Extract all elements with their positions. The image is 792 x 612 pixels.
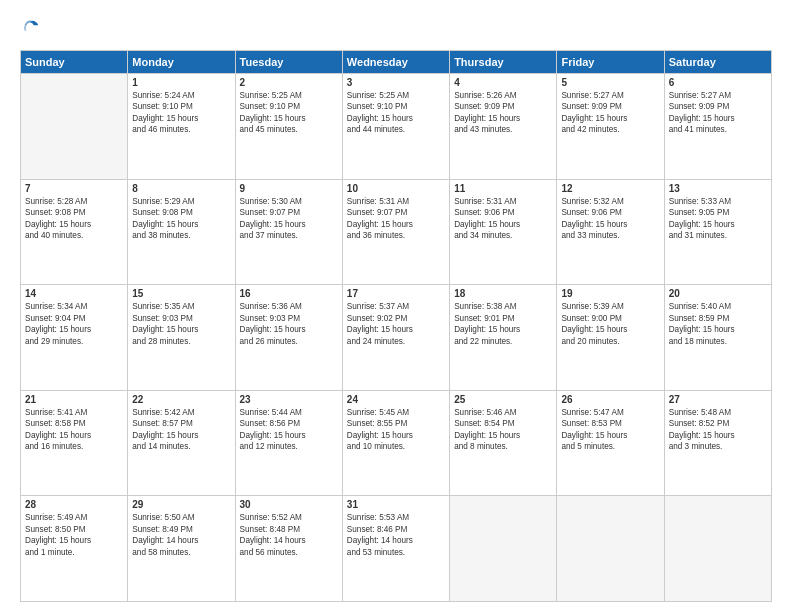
calendar-cell: 2Sunrise: 5:25 AM Sunset: 9:10 PM Daylig… <box>235 74 342 180</box>
day-info: Sunrise: 5:31 AM Sunset: 9:06 PM Dayligh… <box>454 196 552 242</box>
calendar-cell: 26Sunrise: 5:47 AM Sunset: 8:53 PM Dayli… <box>557 390 664 496</box>
day-info: Sunrise: 5:50 AM Sunset: 8:49 PM Dayligh… <box>132 512 230 558</box>
day-number: 14 <box>25 288 123 299</box>
calendar-cell: 22Sunrise: 5:42 AM Sunset: 8:57 PM Dayli… <box>128 390 235 496</box>
day-info: Sunrise: 5:42 AM Sunset: 8:57 PM Dayligh… <box>132 407 230 453</box>
day-info: Sunrise: 5:52 AM Sunset: 8:48 PM Dayligh… <box>240 512 338 558</box>
calendar-cell: 25Sunrise: 5:46 AM Sunset: 8:54 PM Dayli… <box>450 390 557 496</box>
calendar-cell: 17Sunrise: 5:37 AM Sunset: 9:02 PM Dayli… <box>342 285 449 391</box>
day-info: Sunrise: 5:27 AM Sunset: 9:09 PM Dayligh… <box>561 90 659 136</box>
calendar-cell: 31Sunrise: 5:53 AM Sunset: 8:46 PM Dayli… <box>342 496 449 602</box>
day-number: 10 <box>347 183 445 194</box>
day-info: Sunrise: 5:25 AM Sunset: 9:10 PM Dayligh… <box>240 90 338 136</box>
calendar-cell: 8Sunrise: 5:29 AM Sunset: 9:08 PM Daylig… <box>128 179 235 285</box>
calendar-cell: 6Sunrise: 5:27 AM Sunset: 9:09 PM Daylig… <box>664 74 771 180</box>
calendar-cell: 24Sunrise: 5:45 AM Sunset: 8:55 PM Dayli… <box>342 390 449 496</box>
day-number: 12 <box>561 183 659 194</box>
day-info: Sunrise: 5:33 AM Sunset: 9:05 PM Dayligh… <box>669 196 767 242</box>
day-header-tuesday: Tuesday <box>235 51 342 74</box>
calendar-cell: 12Sunrise: 5:32 AM Sunset: 9:06 PM Dayli… <box>557 179 664 285</box>
day-number: 28 <box>25 499 123 510</box>
day-header-sunday: Sunday <box>21 51 128 74</box>
calendar-cell <box>450 496 557 602</box>
day-header-thursday: Thursday <box>450 51 557 74</box>
day-info: Sunrise: 5:29 AM Sunset: 9:08 PM Dayligh… <box>132 196 230 242</box>
week-row: 28Sunrise: 5:49 AM Sunset: 8:50 PM Dayli… <box>21 496 772 602</box>
day-info: Sunrise: 5:28 AM Sunset: 9:08 PM Dayligh… <box>25 196 123 242</box>
day-info: Sunrise: 5:36 AM Sunset: 9:03 PM Dayligh… <box>240 301 338 347</box>
calendar-cell <box>664 496 771 602</box>
day-number: 31 <box>347 499 445 510</box>
week-row: 14Sunrise: 5:34 AM Sunset: 9:04 PM Dayli… <box>21 285 772 391</box>
day-number: 21 <box>25 394 123 405</box>
day-number: 16 <box>240 288 338 299</box>
day-info: Sunrise: 5:39 AM Sunset: 9:00 PM Dayligh… <box>561 301 659 347</box>
day-number: 25 <box>454 394 552 405</box>
day-info: Sunrise: 5:34 AM Sunset: 9:04 PM Dayligh… <box>25 301 123 347</box>
day-info: Sunrise: 5:37 AM Sunset: 9:02 PM Dayligh… <box>347 301 445 347</box>
day-info: Sunrise: 5:40 AM Sunset: 8:59 PM Dayligh… <box>669 301 767 347</box>
calendar-cell <box>21 74 128 180</box>
day-info: Sunrise: 5:47 AM Sunset: 8:53 PM Dayligh… <box>561 407 659 453</box>
day-number: 29 <box>132 499 230 510</box>
day-number: 15 <box>132 288 230 299</box>
calendar-cell: 3Sunrise: 5:25 AM Sunset: 9:10 PM Daylig… <box>342 74 449 180</box>
day-info: Sunrise: 5:31 AM Sunset: 9:07 PM Dayligh… <box>347 196 445 242</box>
day-header-wednesday: Wednesday <box>342 51 449 74</box>
calendar-cell: 16Sunrise: 5:36 AM Sunset: 9:03 PM Dayli… <box>235 285 342 391</box>
day-number: 23 <box>240 394 338 405</box>
day-number: 22 <box>132 394 230 405</box>
calendar-cell: 19Sunrise: 5:39 AM Sunset: 9:00 PM Dayli… <box>557 285 664 391</box>
calendar-cell: 5Sunrise: 5:27 AM Sunset: 9:09 PM Daylig… <box>557 74 664 180</box>
day-number: 8 <box>132 183 230 194</box>
day-info: Sunrise: 5:41 AM Sunset: 8:58 PM Dayligh… <box>25 407 123 453</box>
day-info: Sunrise: 5:24 AM Sunset: 9:10 PM Dayligh… <box>132 90 230 136</box>
day-number: 27 <box>669 394 767 405</box>
day-info: Sunrise: 5:32 AM Sunset: 9:06 PM Dayligh… <box>561 196 659 242</box>
logo-icon <box>20 18 42 40</box>
day-number: 20 <box>669 288 767 299</box>
day-info: Sunrise: 5:44 AM Sunset: 8:56 PM Dayligh… <box>240 407 338 453</box>
calendar-cell: 21Sunrise: 5:41 AM Sunset: 8:58 PM Dayli… <box>21 390 128 496</box>
day-number: 26 <box>561 394 659 405</box>
day-info: Sunrise: 5:38 AM Sunset: 9:01 PM Dayligh… <box>454 301 552 347</box>
day-number: 17 <box>347 288 445 299</box>
calendar-cell: 10Sunrise: 5:31 AM Sunset: 9:07 PM Dayli… <box>342 179 449 285</box>
header <box>20 18 772 40</box>
week-row: 1Sunrise: 5:24 AM Sunset: 9:10 PM Daylig… <box>21 74 772 180</box>
header-row: SundayMondayTuesdayWednesdayThursdayFrid… <box>21 51 772 74</box>
day-number: 7 <box>25 183 123 194</box>
calendar-cell: 9Sunrise: 5:30 AM Sunset: 9:07 PM Daylig… <box>235 179 342 285</box>
calendar-table: SundayMondayTuesdayWednesdayThursdayFrid… <box>20 50 772 602</box>
day-number: 1 <box>132 77 230 88</box>
day-number: 6 <box>669 77 767 88</box>
day-number: 19 <box>561 288 659 299</box>
day-info: Sunrise: 5:49 AM Sunset: 8:50 PM Dayligh… <box>25 512 123 558</box>
day-number: 4 <box>454 77 552 88</box>
day-number: 30 <box>240 499 338 510</box>
day-info: Sunrise: 5:25 AM Sunset: 9:10 PM Dayligh… <box>347 90 445 136</box>
day-number: 11 <box>454 183 552 194</box>
day-number: 2 <box>240 77 338 88</box>
calendar-cell: 28Sunrise: 5:49 AM Sunset: 8:50 PM Dayli… <box>21 496 128 602</box>
calendar-cell: 20Sunrise: 5:40 AM Sunset: 8:59 PM Dayli… <box>664 285 771 391</box>
calendar-cell: 29Sunrise: 5:50 AM Sunset: 8:49 PM Dayli… <box>128 496 235 602</box>
calendar-header: SundayMondayTuesdayWednesdayThursdayFrid… <box>21 51 772 74</box>
calendar-cell: 14Sunrise: 5:34 AM Sunset: 9:04 PM Dayli… <box>21 285 128 391</box>
calendar-cell <box>557 496 664 602</box>
day-header-friday: Friday <box>557 51 664 74</box>
calendar-cell: 27Sunrise: 5:48 AM Sunset: 8:52 PM Dayli… <box>664 390 771 496</box>
day-number: 24 <box>347 394 445 405</box>
day-info: Sunrise: 5:26 AM Sunset: 9:09 PM Dayligh… <box>454 90 552 136</box>
calendar-cell: 15Sunrise: 5:35 AM Sunset: 9:03 PM Dayli… <box>128 285 235 391</box>
day-info: Sunrise: 5:46 AM Sunset: 8:54 PM Dayligh… <box>454 407 552 453</box>
calendar-body: 1Sunrise: 5:24 AM Sunset: 9:10 PM Daylig… <box>21 74 772 602</box>
day-info: Sunrise: 5:35 AM Sunset: 9:03 PM Dayligh… <box>132 301 230 347</box>
calendar-cell: 11Sunrise: 5:31 AM Sunset: 9:06 PM Dayli… <box>450 179 557 285</box>
day-number: 18 <box>454 288 552 299</box>
calendar-cell: 18Sunrise: 5:38 AM Sunset: 9:01 PM Dayli… <box>450 285 557 391</box>
day-info: Sunrise: 5:30 AM Sunset: 9:07 PM Dayligh… <box>240 196 338 242</box>
day-number: 5 <box>561 77 659 88</box>
day-info: Sunrise: 5:48 AM Sunset: 8:52 PM Dayligh… <box>669 407 767 453</box>
day-number: 9 <box>240 183 338 194</box>
